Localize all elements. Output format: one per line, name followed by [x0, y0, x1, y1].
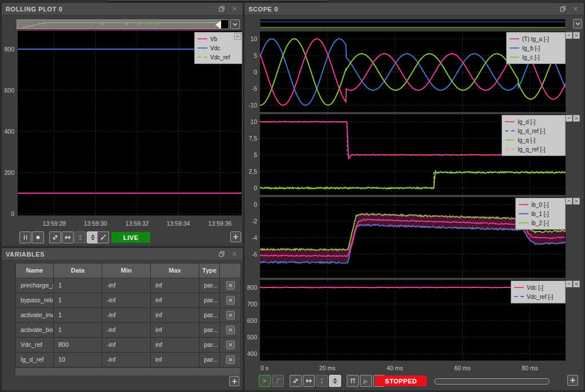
- close-icon[interactable]: [230, 5, 239, 13]
- variable-type-cell: par...: [199, 293, 219, 307]
- rolling-plot-title: ROLLING PLOT 0: [6, 6, 214, 13]
- legend-item[interactable]: Ig_q [-]: [505, 135, 562, 145]
- clear-button[interactable]: [97, 231, 109, 243]
- variable-max-cell[interactable]: inf: [151, 278, 199, 293]
- zoom-free-button[interactable]: [49, 231, 61, 243]
- delete-variable-button[interactable]: [226, 355, 235, 364]
- legend-swatch: [514, 296, 524, 297]
- legend-item[interactable]: Vb: [198, 34, 239, 43]
- legend-item[interactable]: Ig_d [-]: [505, 117, 562, 126]
- float-icon[interactable]: [559, 5, 567, 13]
- variable-max-cell[interactable]: inf: [151, 323, 199, 337]
- legend-item[interactable]: Ig_b [-]: [510, 43, 562, 53]
- legend-close-button[interactable]: [573, 198, 580, 205]
- legend-collapse-button[interactable]: [234, 33, 241, 40]
- legend-item[interactable]: Ig_q_ref [-]: [505, 145, 562, 154]
- add-variable-button[interactable]: [229, 376, 239, 386]
- delete-variable-button[interactable]: [226, 296, 235, 305]
- scope-plot-legend: Vdc [-]Vdc_ref [-]: [511, 281, 566, 303]
- stop-button[interactable]: [32, 231, 44, 243]
- delete-variable-button[interactable]: [226, 311, 235, 319]
- single-capture-button[interactable]: [272, 375, 284, 387]
- rolling-plot-titlebar: ROLLING PLOT 0: [2, 3, 243, 15]
- legend-item[interactable]: (T) Ig_a [-]: [510, 34, 562, 43]
- variables-titlebar: VARIABLES: [2, 248, 243, 261]
- zoom-horizontal-button[interactable]: [62, 231, 74, 243]
- y-tick-label: 500: [245, 334, 257, 341]
- legend-item[interactable]: ib_1 [-]: [519, 209, 562, 218]
- legend-collapse-button[interactable]: [566, 281, 572, 287]
- variable-data-cell[interactable]: 10: [54, 353, 102, 367]
- add-signal-button[interactable]: [567, 375, 578, 386]
- variable-max-cell[interactable]: inf: [151, 353, 199, 367]
- float-icon[interactable]: [218, 5, 226, 13]
- legend-item[interactable]: Ig_c [-]: [510, 53, 562, 62]
- variable-data-cell[interactable]: 1: [54, 323, 102, 337]
- legend-item[interactable]: Vdc: [198, 43, 239, 53]
- variable-name-cell: precharge_relay: [16, 278, 53, 293]
- pause-button[interactable]: [19, 231, 31, 243]
- scope-plot-legend: Ig_d [-]Ig_d_ref [-]Ig_q [-]Ig_q_ref [-]: [502, 115, 566, 156]
- close-icon[interactable]: [230, 250, 239, 258]
- legend-label: Vdc_ref [-]: [527, 294, 553, 300]
- legend-item[interactable]: ib_0 [-]: [519, 200, 562, 209]
- scope-overview-dropdown-button[interactable]: [573, 19, 582, 29]
- variable-data-cell[interactable]: 1: [54, 308, 102, 322]
- legend-item[interactable]: ib_2 [-]: [519, 218, 562, 227]
- cursors-button[interactable]: [347, 375, 359, 387]
- zoom-horizontal-button[interactable]: [303, 375, 315, 387]
- variable-max-cell[interactable]: inf: [151, 293, 199, 307]
- zoom-free-button[interactable]: [290, 375, 302, 387]
- legend-swatch: [198, 47, 207, 49]
- zoom-vertical-button[interactable]: [316, 375, 328, 387]
- delete-variable-button[interactable]: [226, 341, 235, 349]
- variable-data-cell[interactable]: 800: [54, 338, 102, 352]
- variables-title: VARIABLES: [6, 251, 214, 258]
- y-tick-label: -2: [245, 218, 257, 225]
- close-icon: [574, 281, 579, 287]
- legend-item[interactable]: Vdc_ref: [198, 53, 239, 62]
- variable-min-cell[interactable]: -inf: [102, 293, 150, 307]
- variable-data-cell[interactable]: 1: [54, 293, 102, 307]
- legend-close-button[interactable]: [573, 115, 580, 122]
- legend-collapse-button[interactable]: [566, 32, 572, 39]
- legend-swatch: [505, 149, 515, 150]
- rolling-plot-overview[interactable]: [17, 19, 229, 29]
- legend-close-button[interactable]: [573, 32, 580, 39]
- legend-collapse-button[interactable]: [566, 115, 572, 122]
- legend-item[interactable]: Vdc [-]: [514, 283, 562, 292]
- variable-min-cell[interactable]: -inf: [102, 338, 150, 352]
- scope-plot-legend: ib_0 [-]ib_1 [-]ib_2 [-]: [515, 198, 566, 230]
- variable-min-cell[interactable]: -inf: [102, 308, 150, 322]
- legend-collapse-button[interactable]: [566, 198, 572, 205]
- delete-variable-button[interactable]: [226, 326, 235, 334]
- run-button[interactable]: [259, 375, 271, 387]
- add-signal-button[interactable]: [230, 231, 241, 242]
- legend-close-button[interactable]: [573, 281, 580, 287]
- scope-horizontal-scrollbar[interactable]: [434, 378, 550, 385]
- svg-text:fo: fo: [363, 378, 368, 384]
- fourier-button[interactable]: fo: [360, 375, 372, 387]
- fit-vertical-button[interactable]: [329, 375, 341, 387]
- legend-item[interactable]: Ig_d_ref [-]: [505, 126, 562, 135]
- variable-max-cell[interactable]: inf: [151, 338, 199, 352]
- zoom-vertical-button[interactable]: [74, 231, 86, 243]
- legend-item[interactable]: Vdc_ref [-]: [514, 292, 562, 301]
- legend-label: ib_0 [-]: [531, 202, 549, 208]
- legend-label: Ig_q_ref [-]: [518, 146, 545, 153]
- variable-data-cell[interactable]: 1: [54, 278, 102, 293]
- rolling-overview-dropdown-button[interactable]: [230, 19, 240, 29]
- close-icon[interactable]: [571, 5, 580, 13]
- delete-variable-button[interactable]: [226, 281, 235, 290]
- scope-overview[interactable]: [260, 19, 566, 29]
- pause-icon: [22, 234, 29, 241]
- variable-min-cell[interactable]: -inf: [102, 323, 150, 337]
- float-icon[interactable]: [218, 250, 226, 258]
- y-tick-label: -5: [245, 85, 257, 92]
- variable-min-cell[interactable]: -inf: [102, 353, 150, 367]
- variable-max-cell[interactable]: inf: [151, 308, 199, 322]
- variable-min-cell[interactable]: -inf: [102, 278, 150, 293]
- y-tick-label: 2,5: [245, 168, 257, 175]
- close-icon: [228, 357, 233, 362]
- y-tick-label: 600: [2, 87, 14, 94]
